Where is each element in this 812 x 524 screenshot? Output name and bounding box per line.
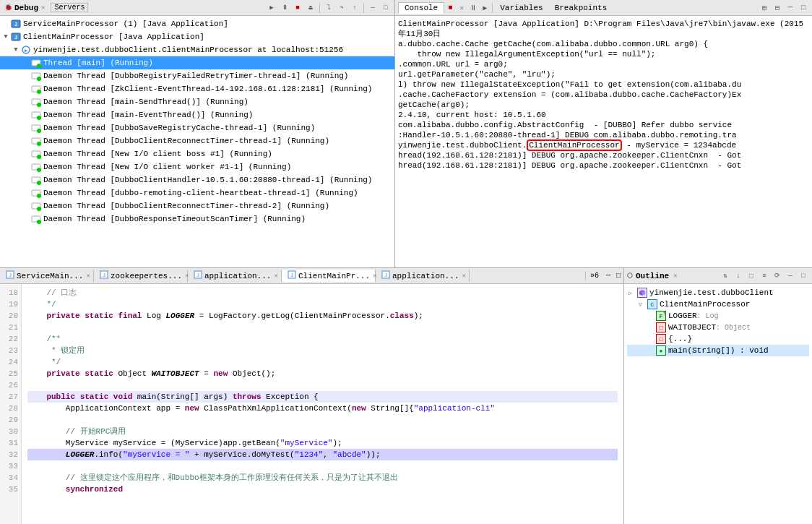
debug-tree-item-1[interactable]: JServiceMainProcessor (1) [Java Applicat…: [0, 17, 394, 30]
debug-tree-item-4[interactable]: Thread [main] (Running): [0, 56, 394, 69]
editor-tab-3[interactable]: JClientMainPr...✕: [282, 270, 376, 282]
console-terminate-btn[interactable]: ✕: [456, 2, 467, 14]
debug-tree-item-5[interactable]: Daemon Thread [DubboRegistryFailedRetryT…: [0, 69, 394, 82]
code-area[interactable]: // 口志 */ private static final Log LOGGER…: [22, 284, 623, 524]
debug-tree-item-11[interactable]: Daemon Thread [New I/O client boss #1] (…: [0, 147, 394, 160]
ide-container: 🐞 Debug ✕ Servers ▶ ⏸ ■ ⏏ ⤵ ↷ ↑ ─ □: [0, 0, 812, 524]
outline-item-icon-package: [637, 288, 647, 298]
console-minimize-btn[interactable]: ─: [785, 2, 796, 14]
debug-tree-item-8[interactable]: Daemon Thread [main-EventThread()] (Runn…: [0, 108, 394, 121]
line-numbers: 181920212223242526272829303132333435: [0, 284, 22, 524]
servers-tab[interactable]: Servers: [51, 3, 88, 12]
console-line-12: hread(192.168.61.128:2181)] DEBUG org.ap…: [398, 150, 809, 160]
outline-item-4[interactable]: □{...}: [627, 333, 809, 345]
console-tab[interactable]: Console: [398, 2, 444, 14]
outline-item-2[interactable]: FSLOGGER : Log: [627, 310, 809, 322]
outline-close[interactable]: ✕: [673, 272, 677, 280]
debug-tree-item-12[interactable]: Daemon Thread [New I/O client worker #1-…: [0, 160, 394, 173]
debug-tree-item-15[interactable]: Daemon Thread [DubboClientReconnectTimer…: [0, 199, 394, 212]
step-over-btn[interactable]: ↷: [336, 2, 347, 14]
debug-tree-item-13[interactable]: Daemon Thread [DubboClientHandler-10.5.1…: [0, 173, 394, 186]
console-suspend-btn[interactable]: ⏸: [467, 2, 479, 14]
disconnect-btn[interactable]: ⏏: [305, 2, 316, 14]
svg-text:J: J: [14, 35, 17, 40]
outline-btn2[interactable]: ↓: [733, 270, 744, 282]
outline-minimize-btn[interactable]: ─: [785, 270, 796, 282]
maximize-btn[interactable]: □: [380, 2, 392, 14]
editor-tab-4[interactable]: Japplication...✕: [376, 270, 470, 282]
editor-max-btn[interactable]: □: [613, 272, 623, 280]
console-line-10: :Handler-10.5.1.60:20880-thread-1] DEBUG…: [398, 130, 809, 140]
minimize-btn[interactable]: ─: [367, 2, 379, 14]
resume-btn[interactable]: ▶: [266, 2, 277, 14]
console-maximize-btn[interactable]: □: [798, 2, 809, 14]
sep1: [319, 3, 320, 13]
tree-item-label: Daemon Thread [DubboClientReconnectTimer…: [43, 137, 329, 145]
tree-icon-daemon: [30, 70, 42, 82]
svg-text:J: J: [384, 272, 387, 278]
debug-toolbar: ▶ ⏸ ■ ⏏ ⤵ ↷ ↑ ─ □: [266, 2, 392, 14]
editor-tab-1[interactable]: Jzookeepertes...✕: [94, 270, 188, 282]
svg-point-17: [37, 129, 41, 133]
debug-tree-item-6[interactable]: Daemon Thread [ZkClient-EventThread-14-1…: [0, 82, 394, 95]
console-right-toolbar: ⊞ ⊟ ─ □: [759, 2, 809, 14]
debug-panel-title: Debug: [14, 4, 38, 12]
debug-panel-close-x[interactable]: ✕: [41, 4, 45, 12]
outline-item-0[interactable]: ▷yinwenjie.test.dubboClient: [627, 287, 809, 298]
outline-btn3[interactable]: ⬚: [746, 270, 757, 282]
top-panels: 🐞 Debug ✕ Servers ▶ ⏸ ■ ⏏ ⤵ ↷ ↑ ─ □: [0, 0, 812, 267]
stop-btn[interactable]: ■: [444, 2, 456, 14]
editor-content[interactable]: 181920212223242526272829303132333435 // …: [0, 284, 623, 524]
outline-item-1[interactable]: ▽CClientMainProcessor: [627, 298, 809, 310]
step-return-btn[interactable]: ↑: [349, 2, 360, 14]
step-into-btn[interactable]: ⤵: [323, 2, 334, 14]
outline-maximize-btn[interactable]: □: [798, 270, 809, 282]
line-num-26: 26: [3, 379, 18, 391]
debug-tree-item-14[interactable]: Daemon Thread [dubbo-remoting-client-hea…: [0, 186, 394, 199]
debug-tree-item-3[interactable]: ▼▶yinwenjie.test.dubboClient.ClientMainP…: [0, 43, 394, 56]
debug-tree-item-7[interactable]: Daemon Thread [main-SendThread()] (Runni…: [0, 95, 394, 108]
tree-item-label: Daemon Thread [DubboClientHandler-10.5.1…: [43, 176, 372, 184]
line-num-28: 28: [3, 403, 18, 414]
editor-tab-overflow[interactable]: »6: [585, 271, 603, 280]
outline-item-type: : Object: [716, 324, 751, 332]
breakpoints-tab[interactable]: Breakpoints: [549, 3, 613, 13]
outline-title: Outline: [636, 272, 669, 280]
line-num-23: 23: [3, 345, 18, 356]
svg-text:J: J: [103, 272, 105, 278]
tree-icon-daemon: [30, 122, 42, 134]
outline-btn4[interactable]: ≡: [759, 270, 770, 282]
line-num-31: 31: [3, 437, 18, 449]
outline-btn5[interactable]: ⟳: [772, 270, 783, 282]
console-resume-btn[interactable]: ▶: [479, 2, 491, 14]
terminate-btn[interactable]: ■: [292, 2, 303, 14]
debug-tree-item-16[interactable]: Daemon Thread [DubboResponseTimeoutScanT…: [0, 212, 394, 226]
console-view-btn1[interactable]: ⊞: [759, 2, 770, 14]
line-num-21: 21: [3, 322, 18, 333]
line-num-19: 19: [3, 298, 18, 310]
editor-tab-close[interactable]: ✕: [462, 272, 465, 280]
outline-item-3[interactable]: □WAITOBJECT : Object: [627, 322, 809, 333]
editor-tab-close[interactable]: ✕: [86, 272, 90, 280]
outline-item-label: {...}: [668, 335, 692, 343]
outline-btn1[interactable]: ⇅: [720, 270, 731, 282]
suspend-btn[interactable]: ⏸: [279, 2, 290, 14]
console-output[interactable]: ClientMainProcessor [Java Application] D…: [395, 16, 812, 267]
console-view-btn2[interactable]: ⊟: [772, 2, 783, 14]
debug-tree-item-10[interactable]: Daemon Thread [DubboClientReconnectTimer…: [0, 134, 394, 147]
tree-item-label: Daemon Thread [DubboResponseTimeoutScanT…: [43, 215, 306, 223]
debug-tree-item-2[interactable]: ▼JClientMainProcessor [Java Application]: [0, 30, 394, 43]
tree-item-label: Daemon Thread [DubboSaveRegistryCache-th…: [43, 124, 315, 132]
editor-tab-2[interactable]: Japplication...✕: [188, 270, 282, 282]
editor-tabs-bar: JServiceMain...✕Jzookeepertes...✕Japplic…: [0, 268, 623, 284]
console-header-line: ClientMainProcessor [Java Application] D…: [398, 19, 809, 39]
editor-tab-close[interactable]: ✕: [274, 272, 277, 280]
outline-item-5[interactable]: ●main(String[]) : void: [627, 345, 809, 356]
code-line-19: */: [27, 298, 618, 310]
console-line-9: com.alibaba.dubbo.config.AbstractConfig …: [398, 120, 809, 130]
svg-point-29: [37, 207, 41, 211]
editor-min-btn[interactable]: ─: [603, 272, 613, 280]
editor-tab-0[interactable]: JServiceMain...✕: [0, 270, 94, 282]
variables-tab[interactable]: Variables: [494, 3, 548, 13]
debug-tree-item-9[interactable]: Daemon Thread [DubboSaveRegistryCache-th…: [0, 121, 394, 134]
